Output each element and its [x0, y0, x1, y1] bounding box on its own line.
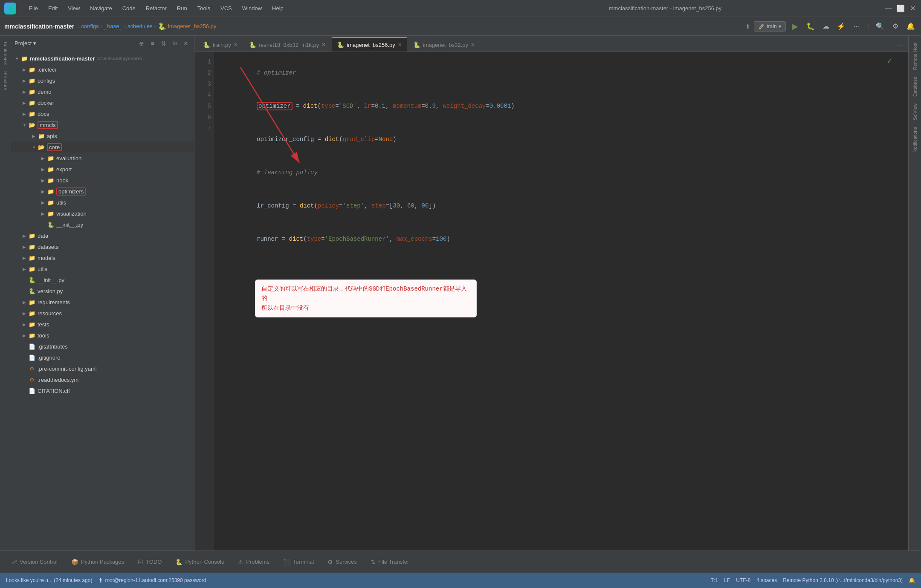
tree-citation[interactable]: 📄 CITATION.cff: [11, 385, 194, 396]
tree-version[interactable]: ▶ 🐍 version.py: [11, 285, 194, 297]
bottom-tab-version-control[interactable]: ⎇ Version Control: [4, 554, 64, 570]
search-icon[interactable]: 🔍: [874, 20, 886, 32]
tree-precommit[interactable]: ⚙ .pre-commit-config.yaml: [11, 363, 194, 374]
tree-data[interactable]: ▶ 📁 data: [11, 230, 194, 241]
bottom-tab-todo[interactable]: ☑ TODO: [132, 554, 168, 570]
bottom-tab-services[interactable]: ⚙ Services: [321, 554, 363, 570]
tree-tools[interactable]: ▶ 📁 tools: [11, 330, 194, 341]
tree-readthedocs[interactable]: ⚙ .readthedocs.yml: [11, 374, 194, 385]
remote-host-label[interactable]: Remote Host: [912, 39, 918, 73]
debug-button[interactable]: 🐛: [805, 20, 817, 32]
run-button[interactable]: ▶: [789, 20, 801, 32]
close-button[interactable]: ✕: [908, 4, 917, 13]
menu-help[interactable]: Help: [268, 3, 288, 13]
tree-datasets[interactable]: ▶ 📁 datasets: [11, 241, 194, 252]
cursor-position[interactable]: 7:1: [711, 577, 718, 583]
tab-resnet[interactable]: 🐍 resnet18_8xb32_in1k.py ✕: [244, 37, 331, 52]
notifications-icon[interactable]: 🔔: [905, 20, 917, 32]
git-icon[interactable]: ⬆: [745, 23, 750, 30]
profile-button[interactable]: ⚡: [835, 20, 847, 32]
more-button[interactable]: ⋯: [851, 20, 863, 32]
bottom-tab-python-packages[interactable]: 📦 Python Packages: [65, 554, 130, 570]
tab-resnet-close[interactable]: ✕: [321, 42, 326, 48]
maximize-button[interactable]: ⬜: [896, 4, 905, 13]
tree-configs[interactable]: ▶ 📁 configs: [11, 75, 194, 86]
tree-demo[interactable]: ▶ 📁 demo: [11, 86, 194, 97]
root-arrow: ▾: [13, 55, 20, 62]
sftp-info[interactable]: ⬆ root@region-11.autodl.com:25390 passwo…: [98, 577, 206, 584]
settings-icon[interactable]: ⚙: [889, 20, 901, 32]
collapse-all-icon[interactable]: ≡: [148, 39, 157, 48]
tree-utils-inner[interactable]: ▶ 📁 utils: [11, 197, 194, 208]
editor-content[interactable]: 1 2 3 4 5 6 7 # optimizer optimizer = di…: [194, 52, 908, 551]
bottom-tab-file-transfer[interactable]: ⇅ File Transfer: [365, 554, 415, 570]
tree-init-main[interactable]: ▶ 🐍 __init__.py: [11, 274, 194, 285]
tree-evaluation[interactable]: ▶ 📁 evaluation: [11, 153, 194, 164]
breadcrumb-base[interactable]: _base_: [104, 23, 122, 29]
tab-imagenet256-close[interactable]: ✕: [398, 42, 402, 48]
bookmarks-label[interactable]: Bookmarks: [2, 39, 9, 68]
menu-edit[interactable]: Edit: [44, 3, 62, 13]
tree-gitignore[interactable]: 📄 .gitignore: [11, 352, 194, 363]
gitattributes-icon: 📄: [28, 343, 36, 350]
tree-core[interactable]: ▾ 📂 core: [11, 141, 194, 153]
bottom-tab-terminal[interactable]: ⬛ Terminal: [277, 554, 320, 570]
menu-view[interactable]: View: [64, 3, 84, 13]
menu-file[interactable]: File: [25, 3, 42, 13]
tree-mmcls[interactable]: ▾ 📂 mmcls: [11, 119, 194, 130]
tree-optimizers[interactable]: ▶ 📁 optimizers: [11, 186, 194, 197]
tree-root[interactable]: ▾ 📁 mmclassification-master C:\all\code\…: [11, 53, 194, 64]
database-label[interactable]: Database: [912, 73, 918, 100]
tab-imagenet32-close[interactable]: ✕: [471, 42, 475, 48]
bottom-tab-python-console[interactable]: 🐍 Python Console: [169, 554, 230, 570]
tab-train-close[interactable]: ✕: [234, 42, 238, 48]
settings-icon[interactable]: ⚙: [170, 39, 180, 48]
notifications-strip-label[interactable]: Notifications: [912, 124, 918, 156]
tree-tests[interactable]: ▶ 📁 tests: [11, 319, 194, 330]
tree-models[interactable]: ▶ 📁 models: [11, 252, 194, 263]
tree-requirements[interactable]: ▶ 📁 requirements: [11, 297, 194, 308]
breadcrumb-configs[interactable]: configs: [81, 23, 99, 29]
minimize-button[interactable]: —: [884, 4, 893, 13]
tree-gitattributes[interactable]: 📄 .gitattributes: [11, 341, 194, 352]
close-panel-icon[interactable]: ✕: [181, 39, 191, 48]
menu-refactor[interactable]: Refactor: [142, 3, 171, 13]
coverage-button[interactable]: ☁: [820, 20, 832, 32]
menu-tools[interactable]: Tools: [193, 3, 214, 13]
tree-hook[interactable]: ▶ 📁 hook: [11, 175, 194, 186]
menu-window[interactable]: Window: [238, 3, 266, 13]
tree-export[interactable]: ▶ 📁 export: [11, 164, 194, 175]
project-title-button[interactable]: Project ▾: [14, 40, 36, 46]
menu-code[interactable]: Code: [118, 3, 140, 13]
breadcrumb-schedules[interactable]: schedules: [127, 23, 153, 29]
menu-run[interactable]: Run: [173, 3, 191, 13]
tree-utils-outer[interactable]: ▶ 📁 utils: [11, 263, 194, 274]
encoding[interactable]: UTF-8: [736, 577, 750, 583]
interpreter-info[interactable]: Remote Python 3.8.10 (/r...t/miniconda3/…: [783, 577, 903, 583]
structure-label[interactable]: Structure: [2, 69, 9, 93]
sciview-label[interactable]: SciView: [912, 100, 918, 124]
line-ending[interactable]: LF: [724, 577, 730, 583]
tree-docs[interactable]: ▶ 📁 docs: [11, 108, 194, 119]
tab-imagenet256[interactable]: 🐍 imagenet_bs256.py ✕: [332, 37, 407, 52]
tree-init-core[interactable]: ▶ 🐍 __init__.py: [11, 219, 194, 230]
menu-vcs[interactable]: VCS: [216, 3, 236, 13]
tree-docker[interactable]: ▶ 📁 docker: [11, 97, 194, 108]
tree-apis[interactable]: ▶ 📁 apis: [11, 130, 194, 141]
indent-info[interactable]: 4 spaces: [756, 577, 777, 583]
code-area[interactable]: # optimizer optimizer = dict(type='SGD',…: [214, 52, 908, 551]
tab-more-icon[interactable]: ⋯: [895, 40, 905, 50]
tree-resources[interactable]: ▶ 📁 resources: [11, 308, 194, 319]
precommit-name: .pre-commit-config.yaml: [38, 366, 97, 372]
sort-icon[interactable]: ⇅: [159, 39, 168, 48]
python-console-icon: 🐍: [175, 559, 182, 565]
locate-file-icon[interactable]: ⊕: [137, 39, 146, 48]
tree-visualization[interactable]: ▶ 📁 visualization: [11, 208, 194, 219]
tree-circleci[interactable]: ▶ 📁 .circleci: [11, 64, 194, 75]
tab-imagenet32[interactable]: 🐍 imagenet_bs32.py ✕: [408, 37, 480, 52]
run-config-button[interactable]: 🚀 train ▾: [754, 21, 785, 32]
menu-navigate[interactable]: Navigate: [86, 3, 116, 13]
bottom-tab-problems[interactable]: ⚠ Problems: [232, 554, 275, 570]
notifications-count[interactable]: 🔔: [909, 577, 915, 583]
tab-train[interactable]: 🐍 train.py ✕: [198, 37, 243, 52]
